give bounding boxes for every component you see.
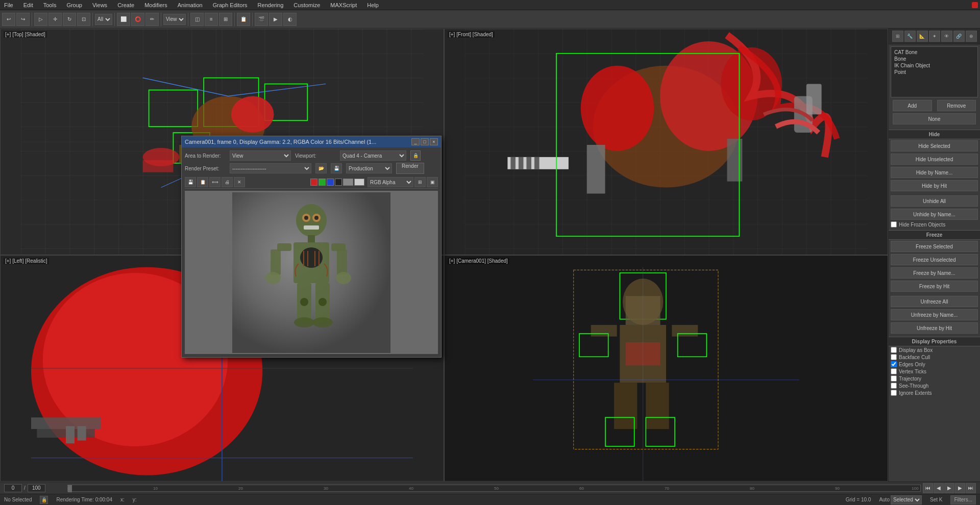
viewport-front[interactable]: [+] [Front] [Shaded]: [444, 29, 888, 255]
menu-file[interactable]: File: [2, 2, 15, 8]
menu-views[interactable]: Views: [90, 2, 109, 8]
menu-create[interactable]: Create: [115, 2, 136, 8]
prev-frame-btn[interactable]: ◀: [934, 483, 944, 493]
channel-options-btn[interactable]: ⊞: [414, 177, 426, 187]
preset-save-btn[interactable]: 💾: [331, 163, 342, 173]
rd-tb-1[interactable]: 💾: [185, 177, 196, 187]
edges-only-check[interactable]: [891, 361, 897, 367]
goto-start-btn[interactable]: ⏮: [923, 483, 933, 493]
remove-btn[interactable]: Remove: [937, 100, 976, 111]
rd-tb-4[interactable]: 🖨: [222, 177, 233, 187]
freeze-selected-btn[interactable]: Freeze Selected: [891, 241, 978, 252]
lock-btn[interactable]: 🔒: [410, 150, 421, 161]
menu-group[interactable]: Group: [64, 2, 84, 8]
rp-icon-1[interactable]: ⊞: [892, 31, 903, 42]
play-btn[interactable]: ▶: [944, 483, 954, 493]
channel-view-btn[interactable]: ▣: [427, 177, 438, 187]
obj-ik-chain[interactable]: IK Chain Object: [893, 62, 975, 69]
alpha-channel-btn[interactable]: [335, 179, 342, 186]
backface-cull-check[interactable]: [891, 354, 897, 360]
rp-icon-3[interactable]: 📐: [917, 31, 928, 42]
viewport-camera[interactable]: [+] [Camera001] [Shaded]: [444, 255, 888, 482]
layer-btn[interactable]: 📋: [237, 13, 250, 26]
render-execute-btn[interactable]: Render: [396, 163, 424, 174]
total-frame-input[interactable]: [28, 484, 45, 492]
render-btn[interactable]: ▶: [269, 13, 282, 26]
render-dialog-close[interactable]: ×: [430, 138, 438, 145]
unfreeze-by-hit-btn[interactable]: Unfreeze by Hit: [891, 322, 978, 334]
selected-dropdown[interactable]: Selected: [891, 495, 922, 504]
freeze-by-name-btn[interactable]: Freeze by Name...: [891, 267, 978, 279]
blue-channel-btn[interactable]: [327, 179, 334, 186]
trajectory-check[interactable]: [891, 375, 897, 382]
area-select[interactable]: View: [230, 150, 291, 161]
white-channel-btn[interactable]: [354, 179, 364, 186]
unhide-all-btn[interactable]: Unhide All: [891, 195, 978, 207]
current-frame-input[interactable]: [4, 484, 22, 492]
rd-tb-close[interactable]: ✕: [234, 177, 245, 187]
next-frame-btn[interactable]: ▶: [955, 483, 965, 493]
obj-point[interactable]: Point: [893, 69, 975, 75]
preset-select[interactable]: --------------------: [230, 163, 311, 173]
select-btn[interactable]: ▷: [34, 13, 47, 26]
activeshade-btn[interactable]: ◐: [283, 13, 297, 26]
render-dialog-restore[interactable]: □: [421, 138, 429, 145]
menu-modifiers[interactable]: Modifiers: [142, 2, 169, 8]
align-btn[interactable]: ≡: [205, 13, 218, 26]
hide-unselected-btn[interactable]: Hide Unselected: [891, 154, 978, 165]
rp-icon-2[interactable]: 🔧: [904, 31, 916, 42]
rp-icon-4[interactable]: ✦: [929, 31, 940, 42]
circle-select[interactable]: ⭕: [131, 13, 144, 26]
menu-graph-editors[interactable]: Graph Editors: [211, 2, 250, 8]
obj-bone[interactable]: Bone: [893, 56, 975, 62]
render-dialog-minimize[interactable]: _: [411, 138, 420, 145]
rd-tb-2[interactable]: 📋: [197, 177, 208, 187]
add-btn[interactable]: Add: [893, 100, 932, 111]
object-list[interactable]: CAT Bone Bone IK Chain Object Point: [891, 46, 978, 97]
rp-icon-5[interactable]: 👁: [941, 31, 952, 42]
menu-maxscript[interactable]: MAXScript: [328, 2, 359, 8]
viewport-select[interactable]: Quad 4 - Camera: [340, 150, 406, 161]
redo-btn[interactable]: ↪: [16, 13, 30, 26]
rotate-btn[interactable]: ↻: [63, 13, 76, 26]
align2-btn[interactable]: ⊞: [219, 13, 232, 26]
channel-select[interactable]: RGB Alpha: [368, 177, 413, 187]
move-btn[interactable]: ✛: [48, 13, 62, 26]
hide-selected-btn[interactable]: Hide Selected: [891, 140, 978, 152]
see-through-check[interactable]: [891, 383, 897, 389]
hide-by-name-btn[interactable]: Hide by Name...: [891, 167, 978, 178]
freeze-by-hit-btn[interactable]: Freeze by Hit: [891, 281, 978, 292]
menu-customize[interactable]: Customize: [291, 2, 322, 8]
mono-channel-btn[interactable]: [343, 179, 353, 186]
timeline-scrubber[interactable]: [68, 485, 72, 492]
mirror-btn[interactable]: ◫: [190, 13, 204, 26]
goto-end-btn[interactable]: ⏭: [966, 483, 976, 493]
hide-by-hit-btn[interactable]: Hide by Hit: [891, 180, 978, 191]
ignore-extents-check[interactable]: [891, 390, 897, 396]
view-select[interactable]: View: [163, 14, 186, 25]
rp-icon-6[interactable]: 🔗: [953, 31, 965, 42]
lasso-select[interactable]: ✏: [145, 13, 159, 26]
hide-frozen-check[interactable]: [891, 221, 897, 228]
unhide-by-name-btn[interactable]: Unhide by Name...: [891, 209, 978, 220]
menu-rendering[interactable]: Rendering: [256, 2, 286, 8]
red-channel-btn[interactable]: [310, 179, 317, 186]
unfreeze-all-btn[interactable]: Unfreeze All: [891, 296, 978, 307]
display-as-box-check[interactable]: [891, 347, 897, 353]
menu-tools[interactable]: Tools: [41, 2, 59, 8]
render-setup-btn[interactable]: 🎬: [255, 13, 268, 26]
menu-animation[interactable]: Animation: [176, 2, 205, 8]
unfreeze-by-name-btn[interactable]: Unfreeze by Name...: [891, 309, 978, 320]
timeline-bar[interactable]: 0 10 20 30 40 50 60 70 80 90 100: [67, 485, 921, 492]
rd-tb-3[interactable]: ⟺: [209, 177, 220, 187]
menu-help[interactable]: Help: [365, 2, 381, 8]
menu-edit[interactable]: Edit: [21, 2, 35, 8]
obj-cat-bone[interactable]: CAT Bone: [893, 49, 975, 56]
freeze-unselected-btn[interactable]: Freeze Unselected: [891, 254, 978, 265]
undo-btn[interactable]: ↩: [2, 13, 15, 26]
rect-select[interactable]: ⬜: [117, 13, 130, 26]
green-channel-btn[interactable]: [318, 179, 326, 186]
select-filter[interactable]: All: [95, 14, 112, 25]
rp-icon-7[interactable]: ⊕: [966, 31, 977, 42]
preset-load-btn[interactable]: 📂: [315, 163, 327, 173]
